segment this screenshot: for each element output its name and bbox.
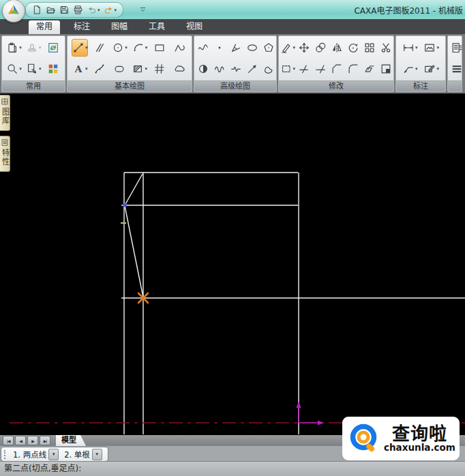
dim-linear-dropdown-caret[interactable]: ▾ [415,45,418,50]
circle-button[interactable]: ▾ [111,39,128,57]
move-button[interactable] [296,39,312,57]
dim-coord-button[interactable]: ▾ [423,39,440,57]
tab-view[interactable]: 视图 [179,20,210,34]
text-dropdown-caret[interactable]: ▾ [85,66,88,72]
stretch-button[interactable]: ▾ [280,60,296,78]
arrow-button[interactable] [244,60,260,78]
contour-button[interactable] [260,60,277,78]
quick-access-toolbar: ▾▾ [25,2,123,18]
section-button[interactable] [195,60,211,78]
parallel-button[interactable] [91,39,108,57]
chamfer-icon [331,63,343,75]
curve-button[interactable] [195,39,211,57]
zoom-button[interactable]: ▾ [5,60,22,78]
ribbon-group-label: 修改 [279,80,393,91]
option-line-mode[interactable]: 1. 两点线▾ [13,449,59,460]
point-button[interactable] [211,39,228,57]
zoom-dropdown-caret[interactable]: ▾ [19,66,22,72]
dim-coord-dropdown-caret[interactable]: ▾ [436,45,439,50]
arc-dropdown-caret[interactable]: ▾ [145,45,148,50]
print-button[interactable] [72,4,84,16]
leader-dropdown-caret[interactable]: ▾ [415,66,418,72]
chevron-down-icon[interactable]: ▾ [92,449,102,460]
paste-button[interactable]: ▾ [5,39,22,57]
polygon-button[interactable] [260,39,277,57]
break-button[interactable] [378,39,394,57]
extend-button[interactable] [312,60,329,78]
linewidth-button[interactable] [449,60,465,78]
save-button[interactable] [59,4,70,16]
corner-button[interactable] [378,60,394,78]
open-file-button[interactable] [45,4,57,16]
polyline-button[interactable] [171,39,188,57]
stamp-dropdown-caret[interactable]: ▾ [39,45,42,50]
rounded-rect-icon [113,63,125,75]
line-button[interactable]: ▾ [72,39,89,57]
wave-button[interactable] [211,60,228,78]
watermark-logo-icon [346,421,382,456]
palette-button[interactable] [45,60,61,78]
side-tab-properties[interactable]: 特性 [0,136,10,172]
text-button[interactable]: A▾ [72,60,89,78]
spline-button[interactable] [91,60,108,78]
pan-doc-button[interactable]: ▾ [25,60,42,78]
side-tab-library[interactable]: 图库 [0,95,10,131]
trim-button[interactable] [296,60,312,78]
new-file-button[interactable] [31,4,43,16]
leader-button[interactable]: ▾ [402,60,419,78]
qat-customize-button[interactable] [138,3,147,14]
undo-button[interactable]: ▾ [86,4,101,16]
chamfer-button[interactable] [329,60,345,78]
drawing-canvas[interactable]: 图库特性 [0,93,465,435]
dim-linear-button[interactable]: ▾ [402,39,419,57]
dim-edit-button[interactable]: ▾ [423,60,440,78]
grid-button[interactable] [151,60,168,78]
delete-dropdown-caret[interactable]: ▾ [292,45,295,50]
array-button[interactable] [361,39,378,57]
line-dropdown-caret[interactable]: ▾ [85,45,88,50]
rotate-button[interactable] [345,39,361,57]
rounded-rect-button[interactable] [111,60,127,78]
toolbar-grip[interactable] [4,450,7,459]
stretch-dropdown-caret[interactable]: ▾ [292,66,295,72]
refresh-window-button[interactable] [45,39,61,57]
redo-dropdown-caret[interactable]: ▾ [115,8,117,13]
undo-dropdown-caret[interactable]: ▾ [97,8,100,13]
hatch-dropdown-caret[interactable]: ▾ [145,66,147,72]
properties-button[interactable] [449,39,465,57]
tab-tools[interactable]: 工具 [141,20,172,34]
tab-sheet[interactable]: 图幅 [104,20,135,34]
side-panel-tabs: 图库特性 [0,95,10,172]
bisector-button[interactable] [228,39,244,57]
sheet-nav-prev-button[interactable]: ◀ [15,436,26,445]
mirror-button[interactable] [329,39,345,57]
copy-button[interactable] [312,39,329,57]
tab-annotation[interactable]: 标注 [66,20,97,34]
delete-button[interactable]: ▾ [280,39,296,57]
fillet-button[interactable] [345,60,361,78]
rotate-icon [347,42,359,54]
tab-home[interactable]: 常用 [29,20,60,34]
option-line-count[interactable]: 2. 单根▾ [64,449,102,460]
hatch-button[interactable]: ▾ [131,60,148,78]
paste-dropdown-caret[interactable]: ▾ [19,45,22,50]
sheet-nav-next-button[interactable]: ▶ [27,436,38,445]
app-menu-button[interactable] [2,0,25,23]
sheet-nav-last-button[interactable]: ▶| [40,436,50,445]
offset-button[interactable] [361,60,378,78]
dim-edit-dropdown-caret[interactable]: ▾ [436,66,439,72]
offset-icon [363,63,376,75]
breakline-button[interactable] [228,60,244,78]
circle-dropdown-caret[interactable]: ▾ [125,45,127,50]
leader-icon [402,63,415,75]
pan-doc-dropdown-caret[interactable]: ▾ [39,66,42,72]
chevron-down-icon[interactable]: ▾ [48,449,59,460]
redo-button[interactable]: ▾ [103,4,118,16]
arc-button[interactable]: ▾ [132,39,149,57]
ellipse-button[interactable] [244,39,260,57]
sheet-tab-model[interactable]: 模型 [56,435,86,446]
stamp-button[interactable]: ▾ [25,39,42,57]
rectangle-button[interactable] [151,39,168,57]
revcloud-button[interactable] [171,60,188,78]
sheet-nav-first-button[interactable]: |◀ [3,436,14,445]
